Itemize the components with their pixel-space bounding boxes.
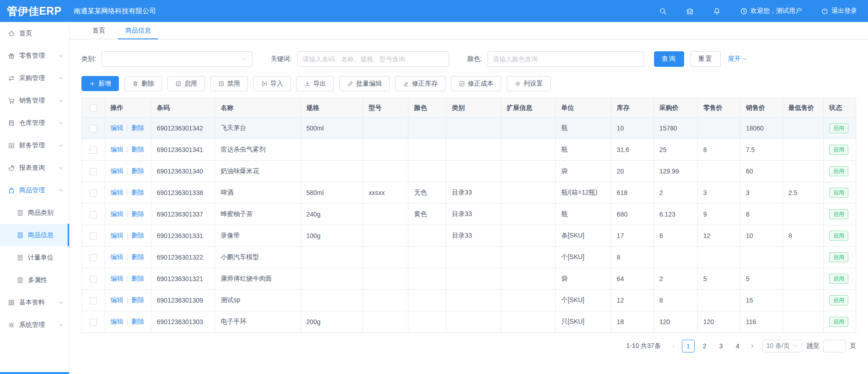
sidebar-item-label: 零售管理 [19,52,45,60]
page-number-3[interactable]: 3 [715,340,728,352]
search-icon[interactable] [659,7,667,15]
row-checkbox[interactable] [90,211,97,218]
link-separator: | [127,189,129,196]
sidebar-item-label: 基本资料 [19,298,45,307]
page-number-1[interactable]: 1 [682,340,695,352]
sidebar-item-4[interactable]: 仓库管理 [0,112,69,134]
cell-unit: 袋 [556,161,611,182]
bank-icon[interactable] [686,7,694,15]
row-checkbox[interactable] [90,319,97,326]
logout-button[interactable]: 退出登录 [821,7,857,15]
sidebar-item-9[interactable]: 商品信息 [0,224,69,246]
delete-link[interactable]: 删除 [131,210,144,217]
delete-link[interactable]: 删除 [131,296,144,304]
user-welcome[interactable]: 欢迎您，测试用户 [740,7,802,15]
row-checkbox[interactable] [90,276,97,283]
edit-link[interactable]: 编辑 [111,275,123,282]
page-size-select[interactable]: 10 条/页 [762,340,802,352]
edit-link[interactable]: 编辑 [111,296,123,304]
reset-button[interactable]: 重置 [691,51,721,67]
sidebar-item-7[interactable]: 商品管理 [0,179,69,201]
delete-link[interactable]: 删除 [131,189,144,196]
search-button[interactable]: 查询 [654,51,684,67]
row-checkbox[interactable] [90,168,97,175]
sidebar-item-10[interactable]: 计量单位 [0,246,69,269]
select-all-checkbox[interactable] [90,104,97,112]
sidebar-collapse-bar[interactable] [0,372,69,374]
toolbar-button-6[interactable]: 批量编辑 [339,76,390,91]
sidebar-item-2[interactable]: 采购管理 [0,67,69,89]
toolbar-button-8[interactable]: 修正成本 [451,76,501,91]
cell-model [363,290,408,311]
toolbar-button-7[interactable]: 修正库存 [395,76,445,91]
jump-page-input[interactable] [823,340,846,352]
edit-link[interactable]: 编辑 [111,253,123,260]
toolbar-button-label: 导出 [313,80,326,88]
expand-link[interactable]: 展开 [728,55,748,63]
cell-model [363,204,408,225]
row-actions: 编辑|删除 [105,225,151,247]
row-actions: 编辑|删除 [105,204,151,225]
sidebar-item-3[interactable]: 销售管理 [0,89,69,112]
toolbar-button-4[interactable]: 导入 [253,76,291,91]
delete-link[interactable]: 删除 [131,318,144,325]
toolbar-button-1[interactable]: 删除 [124,76,162,91]
toolbar-button-2[interactable]: 启用 [167,76,205,91]
column-header: 库存 [611,98,654,118]
sidebar-item-8[interactable]: 商品类别 [0,201,69,224]
edit-link[interactable]: 编辑 [111,146,123,153]
chevron-down-icon [58,53,64,59]
row-checkbox[interactable] [90,190,97,197]
sidebar-item-11[interactable]: 多属性 [0,269,69,291]
sidebar-item-5[interactable]: 财务管理 [0,134,69,157]
delete-link[interactable]: 删除 [131,167,144,174]
page-number-2[interactable]: 2 [698,340,711,352]
cell-status: 启用 [824,290,856,311]
category-select[interactable] [102,51,252,67]
edit-link[interactable]: 编辑 [111,210,123,217]
edit-link[interactable]: 编辑 [111,124,123,131]
prev-page-icon[interactable] [667,340,680,352]
sidebar-item-6[interactable]: 报表查询 [0,157,69,179]
cell-unit: 瓶 [556,204,611,225]
toolbar-button-label: 删除 [141,80,154,88]
link-separator: | [127,275,129,282]
page-number-4[interactable]: 4 [731,340,744,352]
keyword-label: 关键词: [271,55,292,63]
sidebar-item-label: 报表查询 [19,164,45,172]
row-checkbox[interactable] [90,146,97,154]
column-header: 名称 [215,98,300,118]
row-checkbox[interactable] [90,233,97,240]
next-page-icon[interactable] [746,340,759,352]
edit-link[interactable]: 编辑 [111,318,123,325]
keyword-input[interactable] [297,51,449,67]
delete-link[interactable]: 删除 [131,124,144,131]
sidebar-item-13[interactable]: 系统管理 [0,314,69,336]
color-input[interactable] [488,51,644,67]
toolbar-button-3[interactable]: 禁用 [210,76,248,91]
column-header: 零售价 [697,98,740,118]
tab-1[interactable]: 商品信息 [115,22,161,39]
cell-stock: 680 [611,204,654,225]
row-checkbox[interactable] [90,297,97,304]
sidebar-item-0[interactable]: 首页 [0,22,69,44]
sidebar-item-12[interactable]: 基本资料 [0,291,69,314]
delete-link[interactable]: 删除 [131,275,144,282]
cell-status: 启用 [824,225,856,247]
tab-0[interactable]: 首页 [82,22,115,39]
cell-purchase: 2 [654,182,697,204]
edit-link[interactable]: 编辑 [111,232,123,239]
sidebar-item-1[interactable]: 零售管理 [0,44,69,67]
toolbar-button-5[interactable]: 导出 [296,76,334,91]
link-separator: | [127,253,129,260]
bell-icon[interactable] [713,7,721,15]
delete-link[interactable]: 删除 [131,253,144,260]
row-checkbox[interactable] [90,125,97,132]
toolbar-button-0[interactable]: 新增 [81,76,119,91]
edit-link[interactable]: 编辑 [111,167,123,174]
edit-link[interactable]: 编辑 [111,189,123,196]
row-checkbox[interactable] [90,254,97,261]
delete-link[interactable]: 删除 [131,146,144,153]
delete-link[interactable]: 删除 [131,232,144,239]
toolbar-button-9[interactable]: 列设置 [507,76,551,91]
